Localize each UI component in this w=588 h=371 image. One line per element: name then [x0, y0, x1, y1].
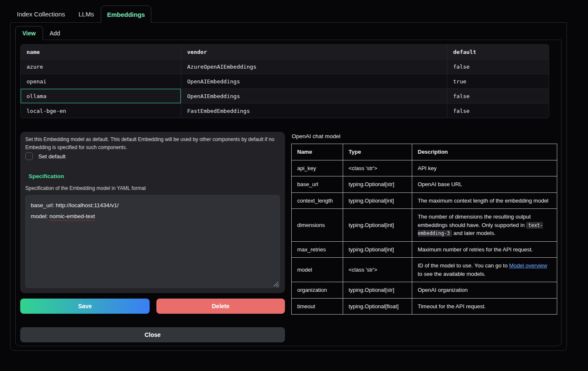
tab-view[interactable]: View	[15, 26, 43, 40]
param-desc: The maximum context length of the embedd…	[412, 192, 557, 209]
col-header-name: name	[21, 45, 181, 59]
param-row-context-length: context_length typing.Optional[int] The …	[292, 192, 557, 209]
col-header-default: default	[447, 45, 549, 59]
param-desc: API key	[412, 160, 557, 176]
param-name: model	[292, 258, 343, 282]
cell-name: openai	[21, 74, 181, 88]
model-info-title: OpenAI chat model	[292, 133, 341, 139]
delete-button[interactable]: Delete	[156, 299, 285, 314]
save-button[interactable]: Save	[20, 299, 150, 314]
resize-grip-icon[interactable]	[274, 282, 278, 286]
param-type: typing.Optional[str]	[343, 282, 412, 299]
set-default-help-text: Set this Embedding model as default. Thi…	[25, 136, 281, 152]
tab-add[interactable]: Add	[43, 26, 67, 40]
param-name: organization	[292, 282, 343, 299]
embeddings-table: name vendor default azure AzureOpenAIEmb…	[20, 44, 549, 118]
yaml-line-2: model: nomic-embed-text	[31, 211, 274, 222]
cell-vendor: OpenAIEmbeddings	[181, 74, 447, 88]
model-overview-link[interactable]: Model overview	[509, 262, 547, 269]
param-name: dimensions	[292, 209, 343, 242]
param-row-timeout: timeout typing.Optional[float] Timeout f…	[292, 298, 557, 315]
cell-default: false	[447, 59, 549, 74]
set-default-checkbox[interactable]	[25, 152, 33, 160]
embeddings-table-header: name vendor default	[21, 45, 549, 59]
minfo-col-type: Type	[343, 144, 412, 160]
table-row-azure[interactable]: azure AzureOpenAIEmbeddings false	[21, 59, 549, 74]
model-info-header-row: Name Type Description	[292, 144, 557, 160]
param-type: typing.Optional[int]	[343, 192, 412, 209]
param-type: typing.Optional[float]	[343, 298, 412, 315]
tab-llms[interactable]: LLMs	[72, 5, 101, 23]
param-type: typing.Optional[int]	[343, 209, 412, 242]
cell-name-selected: ollama	[21, 89, 181, 103]
tab-embeddings[interactable]: Embeddings	[101, 5, 151, 23]
param-type: <class 'str'>	[343, 160, 412, 176]
cell-vendor: OpenAIEmbeddings	[181, 89, 447, 103]
param-row-api-key: api_key <class 'str'> API key	[292, 160, 557, 176]
param-type: <class 'str'>	[343, 258, 412, 282]
yaml-line-1: base_url: http://localhost:11434/v1/	[31, 200, 274, 211]
param-row-base-url: base_url typing.Optional[str] OpenAI bas…	[292, 176, 557, 193]
minfo-col-description: Description	[412, 144, 557, 160]
param-type: typing.Optional[str]	[343, 176, 412, 193]
sub-tabbar: View Add	[15, 26, 67, 40]
page: Index Collections LLMs Embeddings View A…	[0, 0, 588, 371]
param-name: base_url	[292, 176, 343, 193]
table-row-local-bge-en[interactable]: local-bge-en FastEmbedEmbeddings false	[21, 103, 549, 118]
table-row-ollama-selected[interactable]: ollama OpenAIEmbeddings false	[21, 88, 549, 103]
param-name: max_retries	[292, 241, 343, 258]
param-desc: The number of dimensions the resulting o…	[412, 209, 557, 242]
specification-caption: Specification of the Embedding model in …	[25, 185, 146, 191]
main-tabbar: Index Collections LLMs Embeddings	[10, 5, 151, 23]
param-name: context_length	[292, 192, 343, 209]
tab-index-collections[interactable]: Index Collections	[10, 5, 72, 23]
param-desc: OpenAI organization	[412, 282, 557, 299]
minfo-col-name: Name	[292, 144, 343, 160]
table-row-openai[interactable]: openai OpenAIEmbeddings true	[21, 74, 549, 88]
param-type: typing.Optional[int]	[343, 241, 412, 258]
embedding-detail-panel: Set this Embedding model as default. Thi…	[20, 132, 285, 293]
param-name: timeout	[292, 298, 343, 315]
param-row-max-retries: max_retries typing.Optional[int] Maximum…	[292, 241, 557, 258]
param-desc: OpenAI base URL	[412, 176, 557, 193]
param-desc: Timeout for the API request.	[412, 298, 557, 315]
close-button[interactable]: Close	[20, 327, 285, 342]
param-desc: ID of the model to use. You can go to Mo…	[412, 258, 557, 282]
param-name: api_key	[292, 160, 343, 176]
cell-vendor: AzureOpenAIEmbeddings	[181, 59, 447, 74]
cell-default: true	[447, 74, 549, 88]
col-header-vendor: vendor	[181, 45, 447, 59]
param-row-dimensions: dimensions typing.Optional[int] The numb…	[292, 209, 557, 242]
cell-name: azure	[21, 59, 181, 74]
param-row-organization: organization typing.Optional[str] OpenAI…	[292, 282, 557, 299]
cell-default: false	[447, 104, 549, 118]
yaml-spec-editor[interactable]: base_url: http://localhost:11434/v1/ mod…	[25, 195, 280, 288]
cell-vendor: FastEmbedEmbeddings	[181, 104, 447, 118]
set-default-row[interactable]: Set default	[25, 152, 66, 160]
yaml-model-value: nomic-embed-text	[49, 213, 95, 219]
specification-heading: Specification	[29, 173, 64, 179]
cell-default: false	[447, 89, 549, 103]
cell-name: local-bge-en	[21, 104, 181, 118]
param-desc: Maximum number of retries for the API re…	[412, 241, 557, 258]
set-default-label: Set default	[38, 153, 66, 160]
param-row-model: model <class 'str'> ID of the model to u…	[292, 258, 557, 282]
model-info-table: Name Type Description api_key <class 'st…	[291, 144, 557, 315]
